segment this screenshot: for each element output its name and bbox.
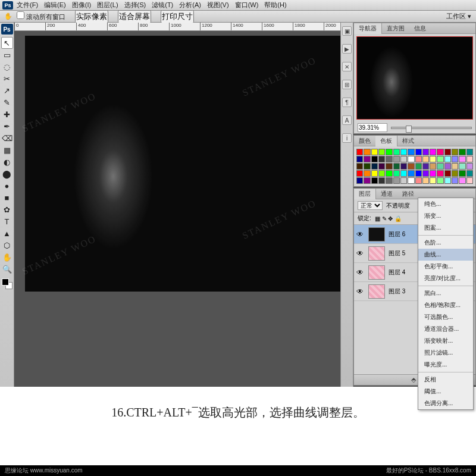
swatch[interactable] [408, 170, 414, 177]
menu-item[interactable]: 色阶... [418, 237, 473, 249]
hand-tool-icon[interactable]: ✋ [2, 12, 14, 21]
swatch[interactable] [466, 149, 473, 155]
visibility-icon[interactable]: 👁 [356, 268, 365, 277]
swatch[interactable] [408, 156, 414, 162]
tool-15[interactable]: T [1, 215, 13, 227]
swatch[interactable] [437, 163, 443, 170]
zoom-slider[interactable] [391, 127, 472, 129]
visibility-icon[interactable]: 👁 [356, 230, 365, 239]
tool-1[interactable]: ▭ [1, 49, 13, 61]
swatch[interactable] [444, 177, 451, 184]
swatch[interactable] [356, 149, 363, 155]
menu-item[interactable]: 渐变... [418, 210, 473, 222]
swatch[interactable] [459, 163, 465, 170]
swatch[interactable] [437, 170, 443, 177]
print-size-button[interactable]: 打印尺寸 [161, 10, 194, 23]
swatch[interactable] [386, 170, 392, 177]
swatch[interactable] [356, 163, 363, 170]
swatch[interactable] [466, 170, 473, 177]
swatch[interactable] [459, 177, 465, 184]
swatch[interactable] [386, 156, 392, 162]
swatch[interactable] [400, 177, 407, 184]
menu-view[interactable]: 视图(V) [207, 1, 229, 10]
menu-item[interactable]: 照片滤镜... [418, 347, 473, 359]
tab-channels[interactable]: 通道 [376, 189, 397, 199]
tool-13[interactable]: ■ [1, 192, 13, 203]
swatch[interactable] [459, 149, 465, 155]
workspace-dropdown[interactable]: 工作区 ▾ [446, 12, 471, 21]
tool-4[interactable]: ↗ [1, 84, 13, 96]
visibility-icon[interactable]: 👁 [356, 287, 365, 296]
menu-item[interactable]: 反相 [418, 374, 473, 386]
swatch[interactable] [444, 156, 451, 162]
tab-info[interactable]: 信息 [409, 23, 431, 34]
tab-swatches[interactable]: 色板 [375, 136, 397, 146]
dock-icon-0[interactable]: ▣ [342, 26, 352, 36]
swatch[interactable] [400, 163, 407, 170]
swatch[interactable] [356, 170, 363, 177]
swatch[interactable] [415, 156, 422, 162]
swatch[interactable] [437, 149, 443, 155]
tool-18[interactable]: ✋ [1, 251, 13, 263]
swatch[interactable] [437, 177, 443, 184]
tab-histogram[interactable]: 直方图 [382, 23, 409, 34]
menu-item[interactable]: 色彩平衡... [418, 261, 473, 273]
swatch[interactable] [459, 170, 465, 177]
menu-item[interactable]: 色调分离... [418, 397, 473, 409]
dock-icon-3[interactable]: ⊞ [342, 80, 352, 89]
swatch[interactable] [415, 163, 422, 170]
tab-styles[interactable]: 样式 [397, 136, 419, 146]
tool-0[interactable]: ↖ [1, 37, 13, 49]
menu-help[interactable]: 帮助(H) [264, 1, 286, 10]
swatch[interactable] [422, 156, 429, 162]
swatch[interactable] [415, 170, 422, 177]
swatch[interactable] [408, 149, 414, 155]
swatch[interactable] [386, 149, 392, 155]
menu-item[interactable]: 黑白... [418, 287, 473, 299]
menu-window[interactable]: 窗口(W) [235, 1, 259, 10]
menu-image[interactable]: 图像(I) [72, 1, 91, 10]
dock-icon-1[interactable]: ▶ [342, 44, 352, 54]
swatch[interactable] [422, 177, 429, 184]
menu-select[interactable]: 选择(S) [124, 1, 146, 10]
tool-5[interactable]: ✎ [1, 96, 13, 108]
tool-3[interactable]: ✂ [1, 73, 13, 84]
swatch[interactable] [364, 170, 370, 177]
swatch[interactable] [386, 163, 392, 170]
menu-edit[interactable]: 编辑(E) [44, 1, 66, 10]
swatch[interactable] [364, 177, 370, 184]
swatch[interactable] [430, 156, 436, 162]
menu-item[interactable]: 可选颜色... [418, 311, 473, 323]
swatch[interactable] [378, 163, 385, 170]
layer-thumbnail[interactable] [368, 227, 385, 242]
blend-mode-select[interactable]: 正常 [358, 201, 383, 210]
swatch[interactable] [430, 149, 436, 155]
swatch[interactable] [364, 163, 370, 170]
swatch[interactable] [430, 163, 436, 170]
menu-analysis[interactable]: 分析(A) [179, 1, 201, 10]
navigator-thumbnail[interactable] [356, 36, 473, 120]
menu-item[interactable]: 图案... [418, 222, 473, 234]
layer-thumbnail[interactable] [368, 246, 385, 261]
menu-item[interactable]: 通道混合器... [418, 323, 473, 335]
swatch[interactable] [378, 149, 385, 155]
swatch[interactable] [371, 156, 378, 162]
tab-layers[interactable]: 图层 [354, 189, 376, 199]
menu-item[interactable]: 色相/饱和度... [418, 299, 473, 311]
swatch[interactable] [437, 156, 443, 162]
swatch[interactable] [452, 170, 458, 177]
swatch[interactable] [444, 149, 451, 155]
layer-thumbnail[interactable] [368, 265, 385, 280]
tool-7[interactable]: ✒ [1, 120, 13, 132]
actual-pixels-button[interactable]: 实际像素 [75, 10, 108, 23]
scroll-all-checkbox[interactable]: 滚动所有窗口 [17, 11, 65, 21]
swatch[interactable] [422, 170, 429, 177]
swatch[interactable] [459, 156, 465, 162]
dock-icon-2[interactable]: ✕ [342, 62, 352, 71]
menu-item[interactable]: 纯色... [418, 198, 473, 210]
tool-9[interactable]: ▦ [1, 144, 13, 156]
swatch[interactable] [430, 177, 436, 184]
lock-icons[interactable]: ▦ ✎ ✥ 🔒 [375, 215, 402, 222]
swatch[interactable] [356, 177, 363, 184]
swatch[interactable] [452, 163, 458, 170]
